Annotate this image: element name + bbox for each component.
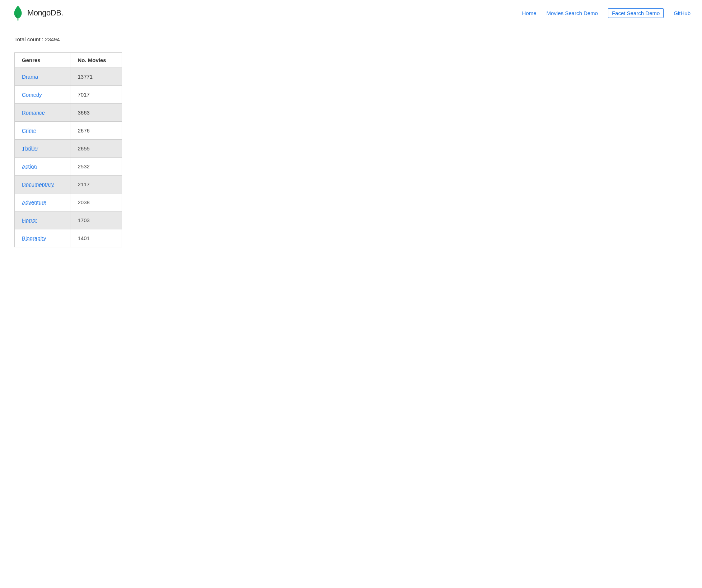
main-content: Total count : 23494 Genres No. Movies Dr…: [0, 26, 702, 257]
table-row: Romance3663: [15, 104, 122, 122]
genre-cell: Romance: [15, 104, 70, 122]
genre-link[interactable]: Horror: [22, 217, 37, 223]
nav-link-facet-search-demo[interactable]: Facet Search Demo: [608, 8, 664, 18]
total-count: Total count : 23494: [14, 36, 688, 42]
table-row: Adventure2038: [15, 193, 122, 211]
table-row: Drama13771: [15, 68, 122, 86]
nav-links: Home Movies Search Demo Facet Search Dem…: [522, 8, 691, 18]
table-row: Crime2676: [15, 122, 122, 140]
genre-link[interactable]: Biography: [22, 235, 46, 241]
logo: MongoDB.: [11, 5, 63, 21]
table-row: Comedy7017: [15, 86, 122, 104]
genre-cell: Adventure: [15, 193, 70, 211]
genre-cell: Documentary: [15, 176, 70, 193]
genre-link[interactable]: Comedy: [22, 92, 42, 98]
genre-link[interactable]: Action: [22, 163, 37, 169]
genre-cell: Comedy: [15, 86, 70, 104]
genres-table: Genres No. Movies Drama13771Comedy7017Ro…: [14, 52, 122, 247]
nav-link-home[interactable]: Home: [522, 10, 537, 16]
genre-link[interactable]: Adventure: [22, 199, 46, 205]
nav-link-movies-search-demo[interactable]: Movies Search Demo: [547, 10, 598, 16]
genre-link[interactable]: Romance: [22, 109, 45, 116]
col-header-movies: No. Movies: [70, 53, 122, 68]
genre-cell: Action: [15, 158, 70, 176]
genre-cell: Horror: [15, 211, 70, 229]
genre-cell: Crime: [15, 122, 70, 140]
movie-count-cell: 2532: [70, 158, 122, 176]
table-row: Biography1401: [15, 229, 122, 247]
genre-cell: Thriller: [15, 140, 70, 158]
col-header-genres: Genres: [15, 53, 70, 68]
genre-link[interactable]: Drama: [22, 74, 38, 80]
genre-cell: Drama: [15, 68, 70, 86]
genre-link[interactable]: Thriller: [22, 145, 38, 151]
mongodb-logo-icon: [11, 5, 24, 21]
movie-count-cell: 1703: [70, 211, 122, 229]
table-row: Horror1703: [15, 211, 122, 229]
logo-text: MongoDB.: [27, 8, 63, 18]
genre-link[interactable]: Crime: [22, 127, 36, 134]
movie-count-cell: 1401: [70, 229, 122, 247]
table-header-row: Genres No. Movies: [15, 53, 122, 68]
movie-count-cell: 2655: [70, 140, 122, 158]
movie-count-cell: 2038: [70, 193, 122, 211]
navbar: MongoDB. Home Movies Search Demo Facet S…: [0, 0, 702, 26]
movie-count-cell: 13771: [70, 68, 122, 86]
movie-count-cell: 3663: [70, 104, 122, 122]
movie-count-cell: 7017: [70, 86, 122, 104]
table-row: Documentary2117: [15, 176, 122, 193]
table-row: Thriller2655: [15, 140, 122, 158]
genre-cell: Biography: [15, 229, 70, 247]
movie-count-cell: 2117: [70, 176, 122, 193]
movie-count-cell: 2676: [70, 122, 122, 140]
genre-link[interactable]: Documentary: [22, 181, 54, 187]
nav-link-github[interactable]: GitHub: [674, 10, 691, 16]
table-row: Action2532: [15, 158, 122, 176]
